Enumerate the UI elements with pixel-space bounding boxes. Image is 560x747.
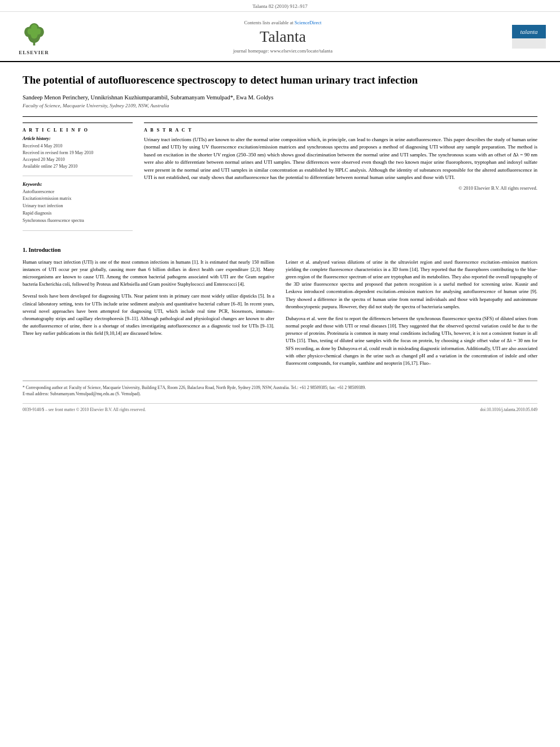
introduction-heading: 1. Introduction [23,247,537,253]
article-info-column: A R T I C L E I N F O Article history: R… [23,123,133,237]
sciencedirect-link: Contents lists available at ScienceDirec… [56,20,509,25]
citation-bar: Talanta 82 (2010) 912–917 [0,0,560,12]
talanta-badge: talanta [509,25,549,49]
keyword-5: Synchronous fluorescence spectra [23,217,133,225]
keyword-4: Rapid diagnosis [23,210,133,217]
keyword-2: Excitation/emission matrix [23,195,133,203]
keyword-3: Urinary tract infection [23,203,133,210]
introduction-right: Leiner et al. analysed various dilutions… [286,259,537,372]
accepted-date: Accepted 20 May 2010 [23,156,133,163]
introduction-columns: Human urinary tract infection (UTI) is o… [23,259,537,372]
keywords-section: Keywords: Autofluorescence Excitation/em… [23,182,133,225]
article-meta-section: A R T I C L E I N F O Article history: R… [23,123,537,237]
intro-para-2: Several tools have been developed for di… [23,292,274,337]
introduction-section: 1. Introduction Human urinary tract infe… [23,247,537,372]
abstract-label: A B S T R A C T [144,128,537,133]
elsevier-brand-text: ELSEVIER [19,50,49,55]
talanta-badge-label: talanta [512,25,546,38]
email-footnote: E-mail address: Subramanyam.Vemulpad@mq.… [23,391,537,397]
citation-text: Talanta 82 (2010) 912–917 [252,3,308,9]
introduction-left: Human urinary tract infection (UTI) is o… [23,259,274,372]
abstract-text: Urinary tract infections (UTIs) are know… [144,136,537,182]
article-info-label: A R T I C L E I N F O [23,128,133,133]
left-bottom-divider [23,230,133,231]
keywords-divider [23,176,133,176]
footer-issn: 0039-9140/$ – see front matter © 2010 El… [23,407,146,412]
authors: Sandeep Menon Perinchery, Unnikrishnan K… [23,94,537,101]
svg-point-8 [31,24,37,32]
history-label: Article history: [23,136,133,141]
keyword-1: Autofluorescence [23,189,133,196]
sciencedirect-anchor[interactable]: ScienceDirect [295,20,322,25]
footer-doi: doi:10.1016/j.talanta.2010.05.049 [480,407,537,412]
journal-center: Contents lists available at ScienceDirec… [56,20,509,54]
intro-right-para-1: Leiner et al. analysed various dilutions… [286,259,537,311]
received-date: Received 4 May 2010 [23,143,133,150]
article-title: The potential of autofluorescence spectr… [23,73,537,88]
available-date: Available online 27 May 2010 [23,163,133,170]
journal-homepage: journal homepage: www.elsevier.com/locat… [56,48,509,54]
journal-header: ELSEVIER Contents lists available at Sci… [0,12,560,62]
intro-right-para-2: Dubayova et al. were the first to report… [286,315,537,367]
elsevier-logo: ELSEVIER [11,18,56,55]
journal-title: Talanta [56,28,509,46]
main-content: The potential of autofluorescence spectr… [0,62,560,423]
footer-bar: 0039-9140/$ – see front matter © 2010 El… [23,403,537,412]
keywords-label: Keywords: [23,182,133,187]
revised-date: Received in revised form 19 May 2010 [23,150,133,156]
article-history: Article history: Received 4 May 2010 Rec… [23,136,133,170]
abstract-column: A B S T R A C T Urinary tract infections… [144,123,537,237]
elsevier-tree-icon [19,18,50,49]
star-footnote: * Corresponding author at: Faculty of Sc… [23,385,537,391]
footnote-area: * Corresponding author at: Faculty of Sc… [23,381,537,397]
copyright-text: © 2010 Elsevier B.V. All rights reserved… [144,185,537,191]
header-divider [23,116,537,117]
author-affiliation: Faculty of Science, Macquarie University… [23,103,537,108]
intro-para-1: Human urinary tract infection (UTI) is o… [23,259,274,289]
